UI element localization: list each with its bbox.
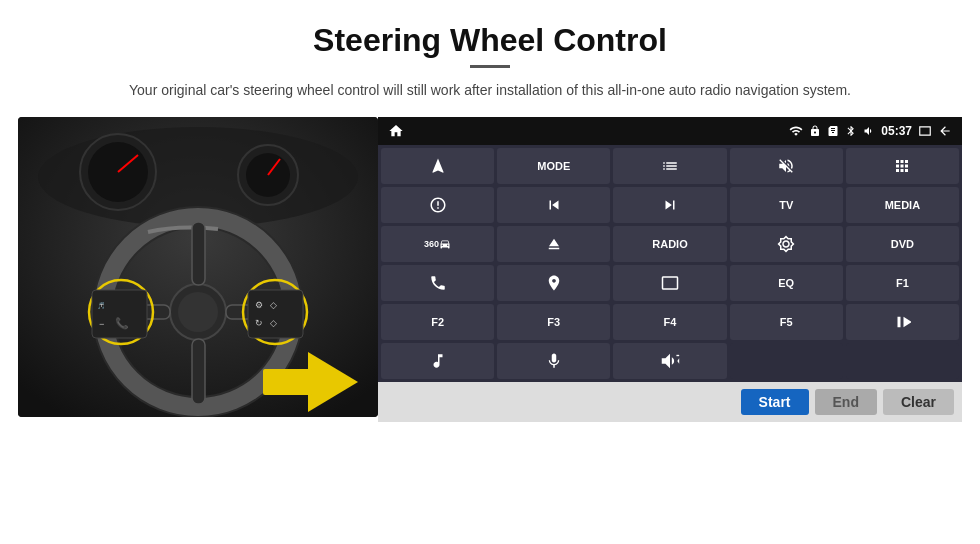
next-btn[interactable] bbox=[613, 187, 726, 223]
radio-btn[interactable]: RADIO bbox=[613, 226, 726, 262]
back-icon bbox=[938, 124, 952, 138]
settings-circle-btn[interactable] bbox=[381, 187, 494, 223]
prev-btn[interactable] bbox=[497, 187, 610, 223]
f2-btn[interactable]: F2 bbox=[381, 304, 494, 340]
music-btn[interactable] bbox=[381, 343, 494, 379]
window-icon bbox=[918, 124, 932, 138]
control-panel: 05:37 MODE bbox=[378, 117, 962, 422]
360-car-btn[interactable]: 360 bbox=[381, 226, 494, 262]
empty-btn-1[interactable] bbox=[730, 343, 843, 379]
svg-text:📞: 📞 bbox=[115, 316, 129, 330]
subtitle: Your original car's steering wheel contr… bbox=[0, 80, 980, 101]
phone-btn[interactable] bbox=[381, 265, 494, 301]
f4-btn[interactable]: F4 bbox=[613, 304, 726, 340]
play-pause-btn[interactable] bbox=[846, 304, 959, 340]
navigate-btn[interactable] bbox=[381, 148, 494, 184]
mute-btn[interactable] bbox=[730, 148, 843, 184]
svg-text:↻: ↻ bbox=[255, 318, 263, 328]
svg-text:−: − bbox=[99, 319, 104, 329]
start-button[interactable]: Start bbox=[741, 389, 809, 415]
clear-button[interactable]: Clear bbox=[883, 389, 954, 415]
eject-btn[interactable] bbox=[497, 226, 610, 262]
volume-icon bbox=[863, 125, 875, 137]
status-bar-left bbox=[388, 123, 404, 139]
action-bar: Start End Clear bbox=[378, 382, 962, 422]
svg-rect-29 bbox=[263, 369, 313, 395]
svg-rect-17 bbox=[92, 290, 147, 338]
apps-btn[interactable] bbox=[846, 148, 959, 184]
compass-btn[interactable] bbox=[497, 265, 610, 301]
steering-wheel-image: + 🎵 − 📞 ⚙ ◇ ↻ ◇ bbox=[18, 117, 378, 417]
vol-phone-btn[interactable] bbox=[613, 343, 726, 379]
tv-btn[interactable]: TV bbox=[730, 187, 843, 223]
home-icon bbox=[388, 123, 404, 139]
content-area: + 🎵 − 📞 ⚙ ◇ ↻ ◇ bbox=[0, 117, 980, 422]
status-bar: 05:37 bbox=[378, 117, 962, 145]
lock-icon bbox=[809, 125, 821, 137]
svg-text:⚙: ⚙ bbox=[255, 300, 263, 310]
page-title: Steering Wheel Control bbox=[0, 0, 980, 65]
media-btn[interactable]: MEDIA bbox=[846, 187, 959, 223]
svg-rect-15 bbox=[192, 339, 205, 404]
button-grid: MODE TV MEDIA 360 bbox=[378, 145, 962, 382]
svg-text:◇: ◇ bbox=[270, 318, 277, 328]
svg-rect-23 bbox=[248, 290, 303, 338]
bluetooth-icon bbox=[845, 125, 857, 137]
svg-rect-14 bbox=[192, 222, 205, 285]
mic-btn[interactable] bbox=[497, 343, 610, 379]
wifi-icon bbox=[789, 124, 803, 138]
sim-icon bbox=[827, 125, 839, 137]
status-bar-right: 05:37 bbox=[789, 124, 952, 138]
title-divider bbox=[470, 65, 510, 68]
svg-point-11 bbox=[178, 292, 218, 332]
f3-btn[interactable]: F3 bbox=[497, 304, 610, 340]
svg-text:🎵: 🎵 bbox=[97, 301, 106, 310]
brightness-btn[interactable] bbox=[730, 226, 843, 262]
mode-btn[interactable]: MODE bbox=[497, 148, 610, 184]
dvd-btn[interactable]: DVD bbox=[846, 226, 959, 262]
svg-text:◇: ◇ bbox=[270, 300, 277, 310]
empty-btn-2[interactable] bbox=[846, 343, 959, 379]
window-rect-btn[interactable] bbox=[613, 265, 726, 301]
end-button[interactable]: End bbox=[815, 389, 877, 415]
time-display: 05:37 bbox=[881, 124, 912, 138]
list-btn[interactable] bbox=[613, 148, 726, 184]
eq-btn[interactable]: EQ bbox=[730, 265, 843, 301]
f1-btn[interactable]: F1 bbox=[846, 265, 959, 301]
f5-btn[interactable]: F5 bbox=[730, 304, 843, 340]
